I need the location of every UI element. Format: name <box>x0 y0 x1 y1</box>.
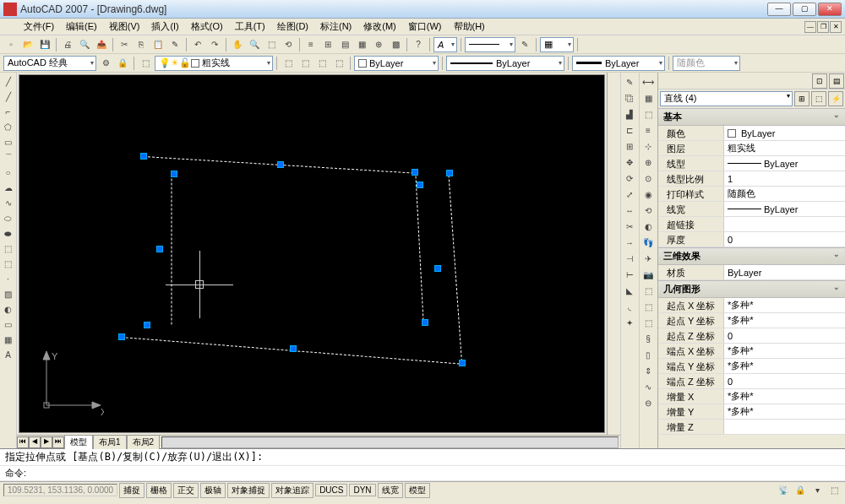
sweep-tool[interactable]: ∿ <box>641 379 656 394</box>
help-button[interactable]: ? <box>411 37 426 52</box>
extend-tool[interactable]: → <box>622 235 637 250</box>
prop-value[interactable] <box>724 420 845 434</box>
prop-row[interactable]: 起点 X 坐标*多种* <box>658 298 845 313</box>
fillet-tool[interactable]: ◟ <box>622 299 637 314</box>
prop-row[interactable]: 颜色ByLayer <box>658 126 845 141</box>
point-tool[interactable]: · <box>1 272 15 286</box>
copy-button[interactable]: ⎘ <box>134 37 149 52</box>
save-button[interactable]: 💾 <box>37 37 52 52</box>
layer-match-button[interactable]: ⬚ <box>331 56 346 71</box>
color-control[interactable]: ByLayer <box>354 56 439 71</box>
prop-value[interactable] <box>724 217 845 231</box>
cut-button[interactable]: ✂ <box>117 37 132 52</box>
dim-style-control[interactable] <box>465 37 515 52</box>
line-tool[interactable]: ╱ <box>1 74 15 89</box>
trim-tool[interactable]: ✂ <box>622 219 637 234</box>
redo-button[interactable]: ↷ <box>207 37 222 52</box>
3dcorbit-tool[interactable]: ◉ <box>641 187 656 202</box>
comm-center-icon[interactable]: 📡 <box>776 483 791 498</box>
grip-icon[interactable] <box>459 360 466 366</box>
minimize-button[interactable]: — <box>767 3 791 16</box>
circle-tool[interactable]: ○ <box>1 165 15 180</box>
snap-toggle[interactable]: 捕捉 <box>119 483 144 498</box>
menu-file[interactable]: 文件(F) <box>19 19 59 35</box>
plot-button[interactable]: 🖨 <box>60 37 75 52</box>
rectangle-tool[interactable]: ▭ <box>1 135 15 149</box>
pickadd-button[interactable]: ⚡ <box>828 91 843 106</box>
revolve-tool[interactable]: ⊖ <box>641 395 656 410</box>
tab-next[interactable]: ▶ <box>41 436 52 448</box>
plot-style-control[interactable]: 随颜色 <box>673 56 740 71</box>
stretch-tool[interactable]: ↔ <box>622 203 637 218</box>
lineweight-control[interactable]: ByLayer <box>572 56 665 71</box>
break-tool[interactable]: ⊣ <box>622 251 637 266</box>
prop-section-header[interactable]: 几何图形⌄ <box>658 280 845 298</box>
swivel-tool[interactable]: ⟲ <box>641 203 656 218</box>
rotate-tool[interactable]: ⟳ <box>622 171 637 186</box>
panel-menu-icon[interactable]: ▤ <box>829 73 844 89</box>
lock-icon[interactable]: 🔒 <box>793 483 808 498</box>
array-tool[interactable]: ⊞ <box>622 138 637 154</box>
markup-button[interactable]: ⊕ <box>371 37 386 52</box>
mdi-restore[interactable]: ❐ <box>817 21 829 33</box>
grip-icon[interactable] <box>171 171 177 177</box>
command-prompt[interactable]: 命令: <box>0 466 845 481</box>
offset-tool[interactable]: ⊏ <box>622 122 637 138</box>
arc-tool[interactable]: ⌒ <box>1 150 15 165</box>
camera-tool[interactable]: 📷 <box>641 267 656 282</box>
scale-tool[interactable]: ⤢ <box>622 187 637 202</box>
vertical-scrollbar[interactable] <box>607 73 620 435</box>
fly-tool[interactable]: ✈ <box>641 251 656 266</box>
layer-iso-button[interactable]: ⬚ <box>314 56 330 71</box>
grip-icon[interactable] <box>140 153 147 160</box>
prop-value[interactable]: *多种* <box>724 313 845 328</box>
mdi-close[interactable]: ✕ <box>830 21 842 33</box>
pan-button[interactable]: ✋ <box>230 37 245 52</box>
chamfer-tool[interactable]: ◣ <box>622 283 637 298</box>
open-button[interactable]: 📂 <box>20 37 35 52</box>
menu-insert[interactable]: 插入(I) <box>146 19 183 35</box>
properties-button[interactable]: ≡ <box>303 37 319 52</box>
region-tool2[interactable]: ⬚ <box>641 106 656 122</box>
ellipse-tool[interactable]: ⬭ <box>1 211 15 225</box>
tab-last[interactable]: ⏭ <box>52 436 64 448</box>
drawing-canvas[interactable]: YX <box>19 74 605 433</box>
prop-value[interactable]: ByLayer <box>724 202 845 216</box>
prop-section-header[interactable]: 基本⌄ <box>658 108 845 126</box>
grip-icon[interactable] <box>446 170 453 176</box>
panel-pin-icon[interactable]: ⊡ <box>812 73 827 89</box>
grip-icon[interactable] <box>422 319 428 326</box>
workspace-lock-icon[interactable]: 🔒 <box>115 56 130 71</box>
match-button[interactable]: ✎ <box>167 37 183 52</box>
prop-value[interactable]: ByLayer <box>724 156 845 171</box>
prop-row[interactable]: 端点 Y 坐标*多种* <box>658 359 845 374</box>
zoom-win-button[interactable]: ⬚ <box>264 37 279 52</box>
publish-button[interactable]: 📤 <box>94 37 109 52</box>
orbit-tool[interactable]: ⊕ <box>641 154 656 170</box>
copy-tool[interactable]: ⿻ <box>622 90 637 106</box>
prop-row[interactable]: 材质ByLayer <box>658 265 845 280</box>
tab-layout1[interactable]: 布局1 <box>93 435 127 449</box>
ducs-toggle[interactable]: DUCS <box>315 484 347 496</box>
mdi-minimize[interactable]: — <box>804 21 816 33</box>
prop-value[interactable]: ByLayer <box>724 126 845 140</box>
zoom-rt-button[interactable]: 🔍 <box>247 37 262 52</box>
prop-section-header[interactable]: 三维效果⌄ <box>658 247 845 265</box>
prop-row[interactable]: 厚度0 <box>658 232 845 247</box>
mtext-tool[interactable]: A <box>1 348 15 362</box>
maximize-button[interactable]: ▢ <box>793 3 816 16</box>
prop-row[interactable]: 端点 X 坐标*多种* <box>658 344 845 359</box>
prop-row[interactable]: 端点 Z 坐标0 <box>658 374 845 389</box>
otrack-toggle[interactable]: 对象追踪 <box>271 483 313 498</box>
brush-button[interactable]: ✎ <box>517 37 532 52</box>
prop-value[interactable]: 0 <box>724 328 845 343</box>
sheet-set-button[interactable]: ▦ <box>354 37 369 52</box>
gradient-tool[interactable]: ◐ <box>1 302 15 317</box>
menu-view[interactable]: 视图(V) <box>104 19 145 35</box>
workspace-settings-button[interactable]: ⚙ <box>98 56 113 71</box>
workspace-dropdown[interactable]: AutoCAD 经典 <box>3 56 96 71</box>
table-tool[interactable]: ▦ <box>1 333 15 347</box>
lwt-toggle[interactable]: 线宽 <box>378 483 403 498</box>
menu-draw[interactable]: 绘图(D) <box>272 19 313 35</box>
polygon-tool[interactable]: ⬠ <box>1 120 15 134</box>
